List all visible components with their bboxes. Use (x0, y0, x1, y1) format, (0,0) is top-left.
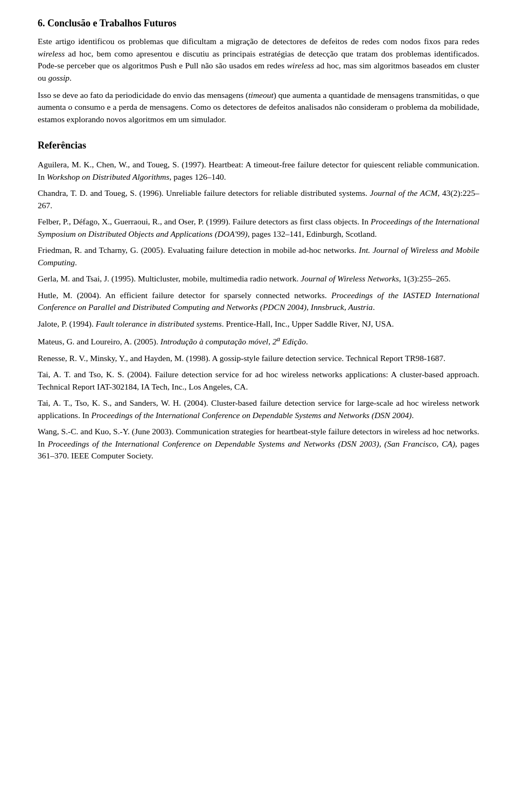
ref-jalote: Jalote, P. (1994). Fault tolerance in di… (38, 318, 479, 330)
ref-chandra: Chandra, T. D. and Toueg, S. (1996). Unr… (38, 187, 479, 211)
ref-gerla: Gerla, M. and Tsai, J. (1995). Multiclus… (38, 273, 479, 285)
paragraph-1: Este artigo identificou os problemas que… (38, 36, 479, 84)
ref-hutle: Hutle, M. (2004). An efficient failure d… (38, 290, 479, 314)
ref-renesse: Renesse, R. V., Minsky, Y., and Hayden, … (38, 352, 479, 364)
section-title: 6. Conclusão e Trabalhos Futuros (38, 16, 479, 30)
paragraph-2: Isso se deve ao fato da periodicidade do… (38, 89, 479, 125)
ref-tai2004b: Tai, A. T., Tso, K. S., and Sanders, W. … (38, 397, 479, 421)
ref-tai2004: Tai, A. T. and Tso, K. S. (2004). Failur… (38, 369, 479, 393)
page: 6. Conclusão e Trabalhos Futuros Este ar… (0, 0, 517, 812)
references-title: Referências (38, 138, 479, 152)
ref-friedman: Friedman, R. and Tcharny, G. (2005). Eva… (38, 244, 479, 269)
ref-mateus: Mateus, G. and Loureiro, A. (2005). Intr… (38, 334, 479, 348)
ref-wang: Wang, S.-C. and Kuo, S.-Y. (June 2003). … (38, 426, 479, 462)
ref-felber: Felber, P., Défago, X., Guerraoui, R., a… (38, 216, 479, 240)
ref-aguilera: Aguilera, M. K., Chen, W., and Toueg, S.… (38, 159, 479, 183)
